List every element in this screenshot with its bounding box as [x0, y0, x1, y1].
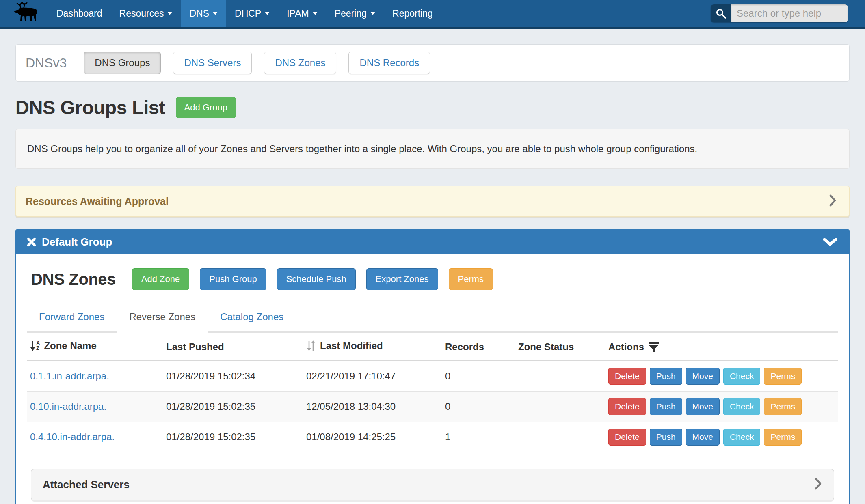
add-group-button[interactable]: Add Group: [176, 97, 236, 118]
nav-item-label: DNS: [189, 8, 209, 19]
chevron-down-icon[interactable]: [823, 238, 837, 247]
cell-records: 0: [442, 361, 515, 392]
caret-down-icon: [313, 12, 318, 15]
table-row: 0.4.10.in-addr.arpa.01/28/2019 15:02:350…: [27, 422, 838, 452]
page-title-row: DNS Groups List Add Group: [15, 96, 850, 118]
perms-row-button[interactable]: Perms: [764, 398, 802, 415]
zones-toolbar: Add ZonePush GroupSchedule PushExport Zo…: [121, 268, 493, 290]
add-zone-button[interactable]: Add Zone: [132, 268, 189, 290]
chevron-right-icon[interactable]: [829, 194, 837, 209]
cell-records: 1: [442, 422, 515, 452]
dns-zones-button[interactable]: DNS Zones: [264, 52, 336, 74]
nav-item-label: Reporting: [392, 8, 433, 19]
perms-button[interactable]: Perms: [449, 268, 493, 290]
zones-section-title: DNS Zones: [31, 270, 116, 289]
moose-logo-image: [11, 2, 37, 25]
nav-item-label: Dashboard: [56, 8, 102, 19]
cell-last-pushed: 01/28/2019 15:02:34: [163, 361, 303, 392]
push-group-button[interactable]: Push Group: [200, 268, 266, 290]
dnsv3-label: DNSv3: [26, 56, 67, 71]
column-header-zone-status[interactable]: Zone Status: [515, 333, 605, 361]
main-nav: DashboardResourcesDNSDHCPIPAMPeeringRepo…: [48, 0, 441, 27]
search-box: [711, 4, 848, 22]
table-row: 0.10.in-addr.arpa.01/28/2019 15:02:3512/…: [27, 392, 838, 422]
caret-down-icon: [167, 12, 172, 15]
check-row-button[interactable]: Check: [723, 429, 761, 446]
cell-last-pushed: 01/28/2019 15:02:35: [163, 392, 303, 422]
cell-status: [515, 422, 605, 452]
nav-item-label: Peering: [335, 8, 367, 19]
tab-reverse-zones[interactable]: Reverse Zones: [117, 303, 208, 333]
delete-row-button[interactable]: Delete: [608, 429, 646, 446]
table-header-row: AZ Zone Name Last Pushed: [27, 333, 838, 361]
move-row-button[interactable]: Move: [686, 398, 720, 415]
attached-servers-title: Attached Servers: [43, 478, 130, 491]
tab-forward-zones[interactable]: Forward Zones: [27, 303, 117, 331]
filter-funnel-icon[interactable]: [648, 342, 659, 353]
dnsv3-toolbar: DNSv3 DNS GroupsDNS ServersDNS ZonesDNS …: [15, 44, 850, 82]
cell-last-modified: 02/21/2019 17:10:47: [303, 361, 442, 392]
zone-tabs: Forward ZonesReverse ZonesCatalog Zones: [27, 303, 838, 333]
search-input[interactable]: [731, 4, 848, 22]
export-zones-button[interactable]: Export Zones: [366, 268, 438, 290]
cell-status: [515, 361, 605, 392]
caret-down-icon: [370, 12, 375, 15]
zone-name-link[interactable]: 0.10.in-addr.arpa.: [30, 401, 106, 412]
nav-item-ipam[interactable]: IPAM: [278, 0, 326, 27]
nav-item-label: IPAM: [287, 8, 309, 19]
row-actions: DeletePushMoveCheckPerms: [608, 398, 835, 415]
cell-status: [515, 392, 605, 422]
moose-logo[interactable]: [0, 0, 48, 27]
schedule-push-button[interactable]: Schedule Push: [277, 268, 356, 290]
push-row-button[interactable]: Push: [650, 398, 682, 415]
column-header-last-pushed[interactable]: Last Pushed: [163, 333, 303, 361]
caret-down-icon: [213, 12, 218, 15]
zone-name-link[interactable]: 0.1.1.in-addr.arpa.: [30, 370, 109, 381]
check-row-button[interactable]: Check: [723, 368, 761, 385]
column-header-records[interactable]: Records: [442, 333, 515, 361]
nav-item-reporting[interactable]: Reporting: [384, 0, 441, 27]
cell-last-modified: 12/05/2018 13:04:30: [303, 392, 442, 422]
nav-item-dhcp[interactable]: DHCP: [226, 0, 278, 27]
perms-row-button[interactable]: Perms: [764, 429, 802, 446]
column-header-last-modified[interactable]: Last Modified: [303, 333, 442, 361]
row-actions: DeletePushMoveCheckPerms: [608, 368, 835, 385]
page-title: DNS Groups List: [15, 96, 165, 118]
move-row-button[interactable]: Move: [686, 368, 720, 385]
cell-records: 0: [442, 392, 515, 422]
dns-records-button[interactable]: DNS Records: [348, 52, 430, 74]
delete-row-button[interactable]: Delete: [608, 398, 646, 415]
move-row-button[interactable]: Move: [686, 429, 720, 446]
cell-last-modified: 01/08/2019 14:25:25: [303, 422, 442, 452]
perms-row-button[interactable]: Perms: [764, 368, 802, 385]
sort-updown-icon: [306, 340, 316, 351]
top-navbar: DashboardResourcesDNSDHCPIPAMPeeringRepo…: [0, 0, 865, 29]
group-panel-header[interactable]: Default Group: [16, 230, 849, 254]
default-group-panel: Default Group DNS Zones Add ZonePush Gro…: [15, 229, 850, 504]
chevron-right-icon[interactable]: [814, 477, 822, 492]
nav-item-dns[interactable]: DNS: [181, 0, 226, 27]
attached-servers-panel[interactable]: Attached Servers: [31, 469, 834, 500]
approval-panel-title: Resources Awaiting Approval: [26, 196, 169, 207]
dns-groups-button[interactable]: DNS Groups: [84, 52, 161, 74]
delete-row-button[interactable]: Delete: [608, 368, 646, 385]
push-row-button[interactable]: Push: [650, 429, 682, 446]
push-row-button[interactable]: Push: [650, 368, 682, 385]
zone-name-link[interactable]: 0.4.10.in-addr.arpa.: [30, 431, 115, 442]
dns-servers-button[interactable]: DNS Servers: [173, 52, 252, 74]
check-row-button[interactable]: Check: [723, 398, 761, 415]
table-row: 0.1.1.in-addr.arpa.01/28/2019 15:02:3402…: [27, 361, 838, 392]
zones-table: AZ Zone Name Last Pushed: [27, 333, 838, 452]
nav-item-peering[interactable]: Peering: [326, 0, 384, 27]
nav-item-resources[interactable]: Resources: [111, 0, 181, 27]
search-icon[interactable]: [711, 4, 731, 22]
tab-catalog-zones[interactable]: Catalog Zones: [208, 303, 296, 331]
description-panel: DNS Groups help you to organize all of y…: [15, 129, 850, 169]
approval-panel[interactable]: Resources Awaiting Approval: [15, 186, 850, 217]
close-icon[interactable]: [27, 237, 36, 247]
nav-item-label: DHCP: [235, 8, 261, 19]
column-header-zone-name[interactable]: AZ Zone Name: [27, 333, 163, 361]
nav-item-dashboard[interactable]: Dashboard: [48, 0, 111, 27]
caret-down-icon: [265, 12, 270, 15]
column-header-actions[interactable]: Actions: [605, 333, 838, 361]
